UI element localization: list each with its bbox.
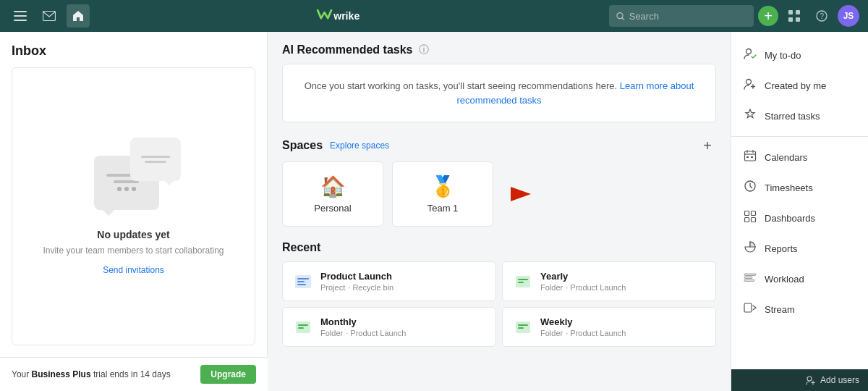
personal-space-name: Personal: [314, 203, 351, 214]
calendar-icon: [743, 149, 757, 165]
svg-rect-34: [745, 218, 749, 222]
svg-rect-19: [518, 282, 524, 283]
product-launch-icon: [293, 272, 313, 292]
svg-rect-7: [796, 10, 800, 14]
avatar[interactable]: JS: [838, 5, 859, 27]
product-launch-info: Product Launch Project· Recycle bin: [320, 271, 485, 292]
ai-recommended-card: Once you start working on tasks, you'll …: [282, 64, 716, 122]
recent-title: Recent: [282, 241, 716, 254]
no-updates-subtext: Invite your team members to start collab…: [43, 245, 224, 257]
recent-card-yearly[interactable]: Yearly Folder· Product Launch: [502, 261, 716, 301]
weekly-icon: [513, 317, 533, 337]
center-panel: AI Recommended tasks ⓘ Once you start wo…: [268, 32, 731, 391]
explore-spaces-button[interactable]: Explore spaces: [330, 140, 389, 151]
recent-card-weekly[interactable]: Weekly Folder· Product Launch: [502, 307, 716, 347]
inbox-title: Inbox: [12, 43, 255, 59]
svg-point-27: [746, 80, 752, 85]
workload-icon: [743, 271, 757, 287]
top-navigation: wrike + ? JS: [0, 0, 868, 32]
inbox-illustration: [87, 138, 181, 217]
space-card-team1[interactable]: 🥇 Team 1: [392, 161, 493, 227]
help-button[interactable]: ?: [810, 4, 833, 28]
monthly-icon: [293, 317, 313, 337]
add-users-bar[interactable]: Add users: [731, 369, 868, 391]
team1-space-icon: 🥇: [430, 175, 456, 198]
nav-right-actions: + ? JS: [609, 4, 859, 28]
svg-rect-38: [744, 279, 754, 282]
svg-rect-37: [744, 277, 752, 279]
sidebar-item-stream[interactable]: Stream: [731, 295, 868, 324]
stream-label: Stream: [765, 304, 795, 315]
hamburger-menu-button[interactable]: [9, 4, 32, 28]
svg-rect-24: [518, 324, 528, 326]
recent-grid: Product Launch Project· Recycle bin: [282, 261, 716, 347]
svg-point-40: [807, 377, 812, 381]
svg-rect-8: [788, 17, 793, 22]
wrike-logo: wrike: [95, 8, 603, 24]
sidebar-item-dashboards[interactable]: Dashboards: [731, 203, 868, 232]
svg-point-26: [746, 49, 752, 54]
calendars-label: Calendars: [765, 152, 807, 163]
dashboard-icon: [743, 210, 757, 226]
trial-text: Your Business Plus trial ends in 14 days: [12, 369, 171, 379]
svg-rect-36: [744, 274, 756, 276]
add-space-button[interactable]: +: [699, 137, 716, 154]
sidebar-item-created-by-me[interactable]: Created by me: [731, 71, 868, 100]
workload-label: Workload: [765, 274, 804, 285]
reports-label: Reports: [765, 243, 798, 254]
spaces-header: Spaces Explore spaces +: [282, 137, 716, 154]
created-by-me-label: Created by me: [765, 80, 826, 91]
recent-card-monthly[interactable]: Monthly Folder· Product Launch: [282, 307, 496, 347]
sidebar-item-timesheets[interactable]: Timesheets: [731, 173, 868, 202]
yearly-info: Yearly Folder· Product Launch: [540, 271, 705, 292]
spaces-row: 🏠 Personal 🥇 Team 1: [282, 161, 716, 227]
svg-rect-1: [14, 15, 27, 17]
starred-tasks-label: Starred tasks: [765, 111, 820, 122]
svg-rect-39: [744, 303, 752, 312]
add-users-label: Add users: [820, 375, 859, 385]
sidebar-item-reports[interactable]: Reports: [731, 234, 868, 263]
svg-rect-6: [788, 10, 793, 14]
svg-rect-33: [752, 211, 756, 216]
no-updates-text: No updates yet: [97, 229, 169, 240]
stream-icon: [743, 301, 757, 317]
dashboards-label: Dashboards: [765, 213, 815, 224]
main-layout: Inbox: [0, 32, 868, 391]
team1-space-name: Team 1: [427, 203, 459, 214]
ai-section-header: AI Recommended tasks ⓘ: [282, 43, 716, 56]
mail-icon-button[interactable]: [38, 4, 61, 28]
recent-card-product-launch[interactable]: Product Launch Project· Recycle bin: [282, 261, 496, 301]
ai-info-icon[interactable]: ⓘ: [419, 43, 429, 56]
inbox-panel: Inbox: [0, 32, 268, 357]
svg-rect-25: [518, 327, 524, 329]
svg-rect-18: [518, 279, 528, 280]
apps-grid-button[interactable]: [783, 4, 806, 28]
search-input[interactable]: [629, 11, 746, 22]
svg-rect-28: [745, 151, 756, 161]
spaces-scroll-arrow: [502, 161, 540, 227]
monthly-info: Monthly Folder· Product Launch: [320, 316, 485, 337]
my-todo-label: My to-do: [765, 50, 801, 61]
svg-rect-22: [298, 327, 304, 329]
home-icon-button[interactable]: [67, 4, 90, 28]
inbox-empty-card: No updates yet Invite your team members …: [12, 67, 255, 345]
upgrade-button[interactable]: Upgrade: [200, 365, 256, 384]
svg-rect-15: [297, 281, 305, 282]
svg-rect-21: [298, 324, 308, 326]
sidebar-item-starred-tasks[interactable]: Starred tasks: [731, 101, 868, 130]
search-bar[interactable]: [609, 5, 754, 27]
svg-rect-29: [746, 156, 749, 158]
add-new-button[interactable]: +: [758, 6, 778, 26]
sidebar-item-calendars[interactable]: Calendars: [731, 143, 868, 172]
sidebar-item-workload[interactable]: Workload: [731, 264, 868, 293]
space-card-personal[interactable]: 🏠 Personal: [282, 161, 383, 227]
trial-banner: Your Business Plus trial ends in 14 days…: [0, 357, 268, 391]
svg-rect-16: [297, 284, 306, 285]
right-sidebar: My to-do Created by me Starred tasks: [731, 32, 868, 391]
svg-rect-14: [297, 278, 309, 279]
svg-text:?: ?: [820, 12, 825, 20]
send-invitations-button[interactable]: Send invitations: [103, 265, 164, 275]
sidebar-item-my-todo[interactable]: My to-do: [731, 41, 868, 70]
sidebar-divider-1: [731, 136, 868, 137]
star-icon: [743, 108, 757, 124]
